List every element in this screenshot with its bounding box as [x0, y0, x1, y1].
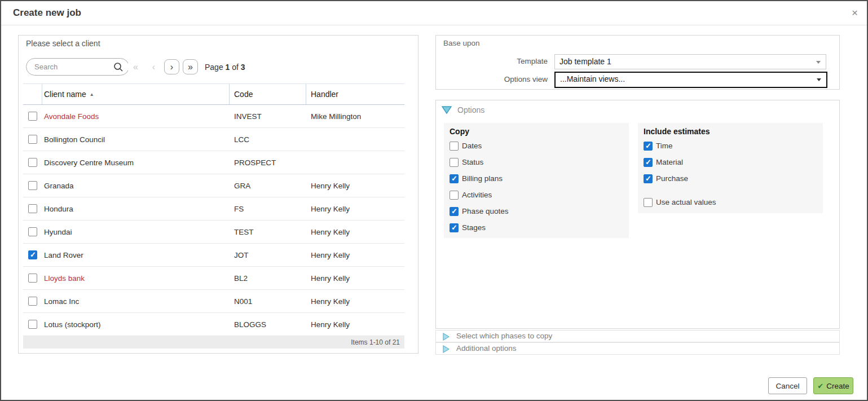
cancel-button-label: Cancel	[776, 382, 799, 390]
header-code-label: Code	[234, 90, 253, 99]
client-selection-panel: Please select a client « ‹ › » Page 1 of…	[18, 35, 418, 354]
table-row[interactable]: Bollington CouncilLCC	[23, 128, 404, 151]
client-search-box[interactable]	[26, 58, 129, 76]
estimate-options-list: TimeMaterialPurchase	[644, 138, 818, 187]
client-row-checkbox[interactable]	[28, 112, 37, 121]
client-row-checkbox[interactable]	[28, 227, 37, 236]
client-name-cell: Bollington Council	[42, 128, 230, 151]
template-value: Job template 1	[559, 57, 611, 66]
use-actual-values-label: Use actual values	[656, 198, 716, 206]
table-row[interactable]: GranadaGRAHenry Kelly	[23, 174, 404, 197]
table-row[interactable]: Avondale FoodsINVESTMike Millington	[23, 105, 404, 128]
client-handler-cell: Henry Kelly	[306, 221, 404, 243]
client-row-checkbox[interactable]	[28, 204, 37, 213]
copy-option-checkbox[interactable]	[450, 158, 459, 167]
client-handler-cell: Henry Kelly	[306, 313, 404, 336]
copy-option-label: Stages	[462, 223, 486, 232]
copy-option-row[interactable]: Status	[450, 154, 624, 170]
template-dropdown[interactable]: Job template 1	[554, 54, 826, 69]
cancel-button[interactable]: Cancel	[768, 377, 807, 394]
table-row[interactable]: Land RoverJOTHenry Kelly	[23, 244, 404, 267]
estimate-option-label: Material	[656, 158, 683, 166]
client-name-cell: Hyundai	[42, 221, 230, 243]
client-handler-cell	[306, 151, 404, 174]
client-handler-cell: Mike Millington	[306, 105, 404, 127]
copy-option-row[interactable]: Stages	[450, 219, 624, 236]
page-current: 1	[226, 63, 230, 72]
dialog-titlebar: Create new job ×	[1, 1, 867, 25]
create-button[interactable]: ✔ Create	[813, 377, 853, 394]
copy-option-row[interactable]: Activities	[450, 187, 624, 203]
copy-option-checkbox[interactable]	[450, 142, 459, 151]
header-handler[interactable]: Handler	[306, 84, 404, 104]
estimates-group-title: Include estimates	[644, 127, 710, 136]
estimate-option-row[interactable]: Time	[644, 138, 818, 154]
client-code-cell: BL2	[230, 267, 306, 289]
copy-option-label: Billing plans	[462, 174, 503, 183]
table-row[interactable]: HonduraFSHenry Kelly	[23, 197, 404, 221]
pagination-first-button[interactable]: «	[128, 59, 143, 74]
additional-options-label: Additional options	[456, 344, 517, 352]
section-collapsed-triangle-icon	[443, 333, 450, 341]
copy-option-row[interactable]: Phase quotes	[450, 203, 624, 219]
client-code-cell: JOT	[230, 244, 306, 266]
copy-option-checkbox[interactable]	[450, 207, 459, 216]
client-name-cell: Land Rover	[42, 244, 230, 266]
copy-option-label: Dates	[462, 142, 482, 150]
section-collapsed-triangle-icon	[443, 345, 450, 353]
section-expanded-triangle-icon[interactable]	[442, 106, 452, 114]
client-handler-cell	[306, 128, 404, 151]
pagination-prev-button[interactable]: ‹	[146, 59, 161, 74]
estimate-option-checkbox[interactable]	[644, 174, 653, 183]
table-row[interactable]: Lotus (stockport)BLOGGSHenry Kelly	[23, 313, 404, 336]
table-row[interactable]: Lloyds bankBL2Henry Kelly	[23, 267, 404, 290]
client-table-body: Avondale FoodsINVESTMike MillingtonBolli…	[23, 105, 404, 336]
section-select-phases[interactable]: Select which phases to copy	[435, 330, 840, 342]
pagination-last-button[interactable]: »	[183, 59, 198, 74]
client-row-checkbox[interactable]	[28, 158, 37, 167]
header-client-name[interactable]: Client name ▲	[42, 84, 230, 104]
client-handler-cell: Henry Kelly	[306, 290, 404, 312]
search-icon[interactable]	[113, 62, 124, 72]
pagination-next-button[interactable]: ›	[164, 59, 179, 74]
client-row-checkbox[interactable]	[28, 297, 37, 306]
client-code-cell: INVEST	[230, 105, 306, 127]
client-name-cell: Granada	[42, 174, 230, 197]
client-row-checkbox[interactable]	[28, 250, 37, 259]
copy-option-checkbox[interactable]	[450, 223, 459, 232]
use-actual-values-option[interactable]: Use actual values	[644, 194, 716, 210]
estimate-option-row[interactable]: Purchase	[644, 170, 818, 187]
table-row[interactable]: Lomac IncN001Henry Kelly	[23, 290, 404, 313]
search-input[interactable]	[34, 59, 112, 74]
copy-option-row[interactable]: Dates	[450, 138, 624, 154]
include-estimates-group: Include estimates TimeMaterialPurchase U…	[638, 123, 823, 213]
table-row[interactable]: Discovery Centre MuseumPROSPECT	[23, 151, 404, 174]
page-indicator: Page 1 of 3	[205, 63, 245, 72]
options-section-label[interactable]: Options	[457, 105, 484, 114]
header-code[interactable]: Code	[230, 84, 306, 104]
client-panel-label: Please select a client	[26, 39, 100, 48]
copy-option-checkbox[interactable]	[450, 174, 459, 183]
copy-options-list: DatesStatusBilling plansActivitiesPhase …	[450, 138, 624, 236]
client-code-cell: FS	[230, 197, 306, 220]
use-actual-values-checkbox[interactable]	[644, 198, 653, 207]
options-view-dropdown[interactable]: ...Maintain views...	[554, 72, 827, 88]
copy-option-label: Phase quotes	[462, 207, 509, 215]
estimate-option-checkbox[interactable]	[644, 142, 653, 151]
client-row-checkbox[interactable]	[28, 320, 37, 329]
copy-option-row[interactable]: Billing plans	[450, 170, 624, 187]
client-row-checkbox[interactable]	[28, 135, 37, 144]
section-additional-options[interactable]: Additional options	[435, 342, 840, 355]
copy-option-checkbox[interactable]	[450, 191, 459, 200]
table-row[interactable]: HyundaiTESTHenry Kelly	[23, 221, 404, 244]
base-upon-label: Base upon	[443, 39, 480, 47]
client-row-checkbox[interactable]	[28, 181, 37, 190]
client-name-cell: Lloyds bank	[42, 267, 230, 289]
options-view-value: ...Maintain views...	[560, 74, 625, 83]
client-row-checkbox[interactable]	[28, 274, 37, 283]
page-total: 3	[241, 63, 245, 72]
estimate-option-row[interactable]: Material	[644, 154, 818, 170]
estimate-option-checkbox[interactable]	[644, 158, 653, 167]
header-checkbox-column	[23, 84, 42, 104]
close-icon[interactable]: ×	[852, 7, 858, 19]
